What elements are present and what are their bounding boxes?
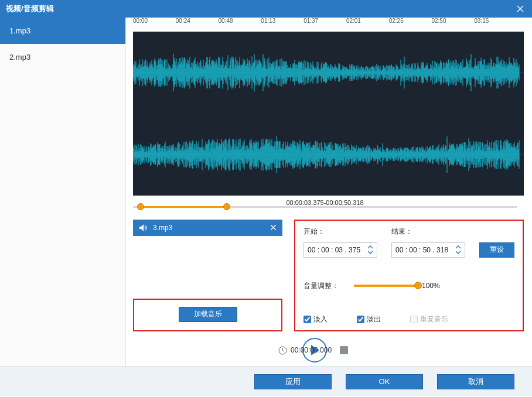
close-button[interactable] (509, 0, 532, 18)
chevron-down-icon (456, 251, 461, 254)
sidebar-item-file[interactable]: 2.mp3 (0, 44, 125, 70)
volume-knob[interactable] (414, 282, 422, 289)
sidebar-item-file[interactable]: 1.mp3 (0, 18, 125, 44)
apply-button[interactable]: 应用 (254, 374, 332, 389)
range-slider[interactable]: 00:00:03.375-00:00:50.318 (133, 200, 517, 214)
footer: 应用 OK 取消 (0, 366, 532, 396)
sidebar-item-label: 2.mp3 (9, 53, 30, 61)
timeline: 00:0000:2400:48 01:1301:3702:01 02:2602:… (126, 18, 524, 196)
cancel-button[interactable]: 取消 (437, 374, 514, 389)
stop-button[interactable] (340, 346, 348, 354)
titlebar: 视频/音频剪辑 (0, 0, 532, 18)
end-label: 结束： (391, 227, 432, 237)
volume-value: 100% (422, 282, 440, 290)
current-time: 00:00:00.000 (291, 346, 332, 354)
ok-button[interactable]: OK (346, 374, 423, 389)
clock-icon (278, 346, 287, 355)
spin-up-button[interactable] (366, 245, 374, 250)
fade-out-checkbox[interactable]: 淡出 (357, 314, 381, 324)
waveform-channel-left (133, 54, 520, 91)
volume-label: 音量调整： (303, 281, 350, 291)
settings-panel-highlight: 开始： 结束： 00 : 00 : 03 . 375 (294, 220, 524, 331)
spin-down-button[interactable] (366, 250, 374, 255)
remove-music-button[interactable] (268, 225, 278, 230)
start-label: 开始： (303, 227, 345, 237)
repeat-checkbox[interactable]: 重复音乐 (410, 314, 448, 324)
spin-down-button[interactable] (454, 250, 462, 255)
volume-slider[interactable] (354, 285, 418, 287)
waveform-display[interactable] (133, 32, 524, 196)
reset-button[interactable]: 重设 (479, 242, 514, 258)
waveform-channel-right (133, 136, 520, 173)
close-icon (271, 225, 276, 230)
start-time-input[interactable]: 00 : 00 : 03 . 375 (303, 242, 377, 258)
chevron-up-icon (368, 245, 373, 249)
sidebar-item-label: 1.mp3 (9, 26, 30, 35)
spin-up-button[interactable] (454, 245, 462, 250)
load-music-button[interactable]: 加载音乐 (179, 307, 237, 322)
file-sidebar: 1.mp3 2.mp3 (0, 18, 126, 366)
time-ruler: 00:0000:2400:48 01:1301:3702:01 02:2602:… (126, 18, 524, 32)
load-music-highlight: 加载音乐 (133, 299, 282, 331)
chevron-down-icon (368, 251, 373, 254)
range-text: 00:00:03.375-00:00:50.318 (133, 199, 517, 206)
loaded-music-name: 3.mp3 (149, 224, 268, 232)
fade-in-checkbox[interactable]: 淡入 (303, 314, 328, 324)
end-time-input[interactable]: 00 : 00 : 50 . 318 (391, 242, 465, 258)
chevron-up-icon (456, 245, 461, 249)
range-handle-start[interactable] (137, 203, 144, 210)
speaker-icon (138, 224, 149, 231)
range-handle-end[interactable] (223, 203, 230, 210)
loaded-music-bar: 3.mp3 (133, 220, 282, 236)
close-icon (517, 5, 524, 12)
window-title: 视频/音频剪辑 (6, 4, 54, 14)
